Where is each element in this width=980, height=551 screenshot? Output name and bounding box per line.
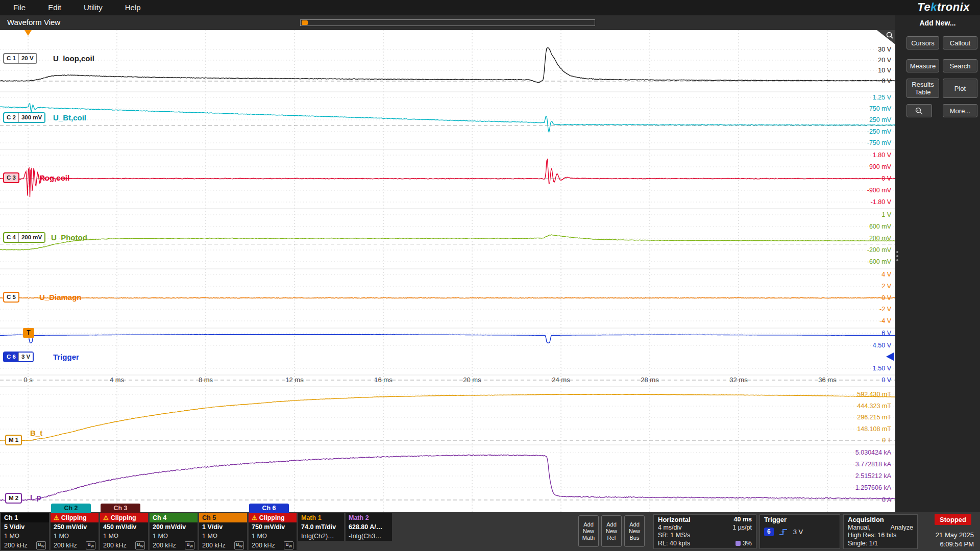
cursors-button[interactable]: Cursors: [906, 36, 939, 49]
clipping-warning[interactable]: ⚠Clipping: [100, 513, 148, 522]
channel-badge-ch5[interactable]: C 5: [3, 292, 19, 303]
menu-edit[interactable]: Edit: [37, 0, 72, 15]
channel-badge-ch4[interactable]: C 4200 mV: [3, 232, 45, 243]
warning-icon: ⚠: [252, 513, 257, 522]
channel-header[interactable]: Ch 4: [150, 513, 198, 522]
trigger-source-chip[interactable]: 6: [764, 528, 774, 536]
axis-label-ch4: 1 V: [881, 211, 891, 219]
channel-header[interactable]: Math 1: [298, 513, 344, 522]
horizontal-panel[interactable]: Horizontal40 ms 4 ms/div1 µs/pt SR: 1 MS…: [653, 514, 756, 549]
date-text: 21 May 2025: [923, 531, 974, 540]
badge-id: C 6: [4, 353, 18, 361]
channel-tab-ch2[interactable]: Ch 2: [51, 504, 91, 513]
settings-bar: Ch 15 V/div1 MΩ200 kHzBWCh 2⚠Clipping250…: [0, 512, 980, 551]
channel-badge-m2[interactable]: M 2: [5, 493, 22, 504]
magnifier-icon: [886, 31, 894, 39]
clipping-warning[interactable]: ⚠Clipping: [51, 513, 99, 522]
channel-label-m1[interactable]: B_t: [30, 428, 42, 438]
badge-scale: 20 V: [18, 54, 36, 63]
settings-badge-ch3[interactable]: Ch 3⚠Clipping450 mV/div1 MΩ200 kHzBW: [100, 513, 148, 550]
channel-tab-ch6[interactable]: Ch 6: [249, 504, 289, 513]
channel-badge-m1[interactable]: M 1: [5, 435, 22, 445]
x-axis-tick: 20 ms: [456, 376, 488, 384]
axis-label-m1: 592.430 mT: [857, 390, 891, 398]
trigger-level-marker[interactable]: [886, 353, 894, 361]
channel-header[interactable]: Math 2: [346, 513, 392, 522]
menu-file[interactable]: File: [2, 0, 37, 15]
channel-label-m2[interactable]: I_p: [30, 492, 41, 503]
badge-id: C 2: [4, 113, 18, 122]
badge-row: 1 MΩ: [150, 532, 198, 541]
channel-label-ch1[interactable]: U_loop,coil: [53, 54, 94, 64]
add-new-math-button[interactable]: AddNewMath: [578, 515, 599, 547]
badge-row: 1 MΩ: [199, 532, 247, 541]
menu-help[interactable]: Help: [114, 0, 152, 15]
right-control-panel: Add New... Cursors Callout Measure Searc…: [895, 15, 980, 512]
trace-ch1: [0, 48, 895, 83]
trace-ch2: [0, 104, 895, 132]
acquisition-panel[interactable]: Acquisition Manual,Analyze High Res: 16 …: [843, 514, 918, 549]
axis-label-ch1: 30 V: [878, 45, 891, 54]
clipping-warning[interactable]: ⚠Clipping: [249, 513, 297, 522]
badge-row: -Intg(Ch3…: [346, 532, 392, 541]
channel-label-ch3[interactable]: Rog,coil: [39, 173, 69, 183]
badge-id: C 4: [4, 233, 18, 242]
waveform-display[interactable]: 30 V20 V10 V0 VU_loop,coilC 120 V1.25 V7…: [0, 30, 895, 512]
channel-label-ch2[interactable]: U_Bt,coil: [53, 113, 86, 123]
settings-badge-ch1[interactable]: Ch 15 V/div1 MΩ200 kHzBW: [1, 513, 49, 550]
x-axis-tick: 36 ms: [811, 376, 844, 384]
clipping-label: Clipping: [61, 513, 87, 522]
plot-button[interactable]: Plot: [943, 79, 977, 98]
badge-row: 1 MΩ: [51, 532, 99, 541]
zoom-search-button[interactable]: [906, 104, 932, 117]
axis-label-ch5: -2 V: [879, 305, 891, 313]
settings-badge-math2[interactable]: Math 2628.80 A/…-Intg(Ch3…: [346, 513, 392, 541]
panel-splitter-handle[interactable]: [896, 251, 898, 261]
badge-row: 250 mV/div: [51, 522, 99, 532]
x-axis-tick: 24 ms: [545, 376, 577, 384]
badge-scale: 300 mV: [18, 113, 44, 122]
warning-icon: ⚠: [103, 513, 109, 522]
acquisition-mode: Manual,: [848, 524, 870, 532]
measure-button[interactable]: Measure: [906, 59, 939, 72]
add-new-ref-button[interactable]: AddNewRef: [601, 515, 622, 547]
channel-header[interactable]: Ch 1: [1, 513, 49, 522]
zoom-overview-scrollbar[interactable]: [300, 19, 595, 26]
channel-tab-ch3[interactable]: Ch 3: [101, 504, 140, 513]
settings-badge-ch6[interactable]: Ch 6⚠Clipping750 mV/div1 MΩ200 kHzBW: [249, 513, 297, 550]
overview-grip-icon[interactable]: [302, 20, 308, 25]
settings-badge-math1[interactable]: Math 174.0 mT/divIntg(Ch2)…: [298, 513, 344, 541]
axis-label-ch6: 6 V: [881, 329, 891, 337]
settings-badge-ch5[interactable]: Ch 51 V/div1 MΩ200 kHzBW: [199, 513, 247, 550]
trigger-level-value: 3 V: [793, 528, 803, 536]
more-button[interactable]: More...: [943, 104, 977, 117]
channel-label-ch5[interactable]: U_Diamagn: [39, 292, 82, 303]
search-button[interactable]: Search: [943, 59, 977, 72]
channel-badge-ch2[interactable]: C 2300 mV: [3, 112, 45, 123]
menu-utility[interactable]: Utility: [72, 0, 114, 15]
channel-label-ch6[interactable]: Trigger: [53, 352, 79, 362]
results-table-button[interactable]: ResultsTable: [906, 79, 939, 98]
add-new-bus-button[interactable]: AddNewBus: [624, 515, 645, 547]
channel-badge-ch6[interactable]: C 63 V: [3, 352, 34, 362]
callout-button[interactable]: Callout: [943, 36, 977, 49]
trigger-panel[interactable]: Trigger 6 3 V: [760, 514, 840, 549]
axis-label-m1: 296.215 mT: [857, 413, 891, 421]
bandwidth-limit-icon: BW: [284, 541, 293, 549]
badge-row: 1 MΩ: [100, 532, 148, 541]
settings-badge-ch4[interactable]: Ch 4200 mV/div1 MΩ200 kHzBW: [150, 513, 198, 550]
channel-label-ch4[interactable]: U_Photod: [51, 233, 87, 243]
trigger-position-marker[interactable]: [24, 30, 32, 36]
settings-badge-ch2[interactable]: Ch 2⚠Clipping250 mV/div1 MΩ200 kHzBW: [51, 513, 99, 550]
clock: 21 May 2025 6:09:54 PM: [923, 531, 974, 549]
axis-label-m2: 2.515212 kA: [855, 472, 891, 480]
add-new-label[interactable]: Add New...: [895, 19, 980, 27]
channel-badge-ch3[interactable]: C 3: [3, 172, 19, 183]
horizontal-scale: 4 ms/div: [658, 524, 682, 532]
trigger-source-badge[interactable]: T: [23, 328, 34, 338]
channel-header[interactable]: Ch 5: [199, 513, 247, 522]
axis-label-ch4: -600 mV: [867, 258, 891, 266]
channel-badge-ch1[interactable]: C 120 V: [3, 53, 37, 64]
x-axis-tick: 8 ms: [189, 376, 222, 384]
run-stop-status[interactable]: Stopped: [935, 514, 971, 525]
